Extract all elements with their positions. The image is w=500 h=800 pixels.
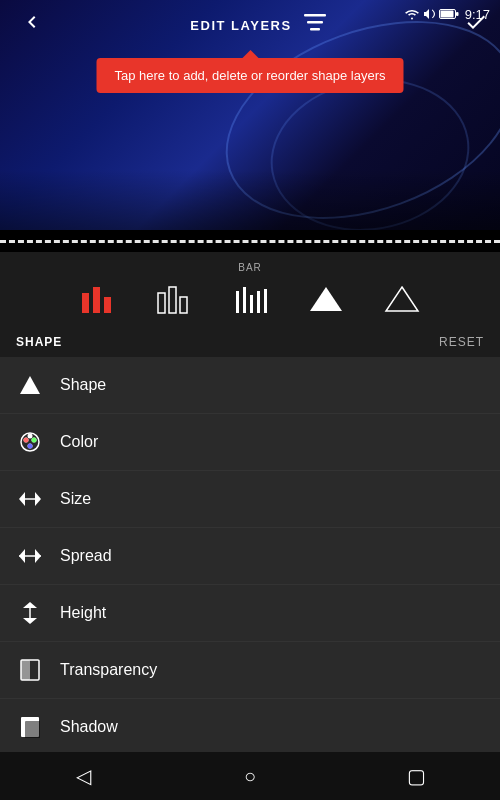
svg-rect-40 [25, 721, 40, 738]
spread-icon [16, 542, 44, 570]
home-nav-icon: ○ [244, 765, 256, 788]
back-nav-icon: ◁ [76, 764, 91, 788]
color-icon [16, 428, 44, 456]
svg-rect-9 [158, 293, 165, 313]
svg-rect-11 [180, 297, 187, 313]
menu-label-shadow: Shadow [60, 718, 118, 736]
menu-item-shadow[interactable]: Shadow [0, 699, 500, 755]
svg-rect-16 [264, 289, 267, 313]
svg-rect-4 [307, 21, 323, 24]
shadow-icon [16, 713, 44, 741]
svg-rect-38 [21, 660, 30, 680]
svg-rect-13 [243, 287, 246, 313]
bottom-navigation: ◁ ○ ▢ [0, 752, 500, 800]
svg-rect-8 [104, 297, 111, 313]
svg-rect-3 [304, 14, 326, 17]
shape-section-label: SHAPE [16, 335, 62, 349]
reset-button[interactable]: RESET [439, 335, 484, 349]
shape-bar-thin[interactable] [224, 279, 276, 319]
confirm-button[interactable] [464, 10, 488, 40]
menu-label-height: Height [60, 604, 106, 622]
back-button[interactable] [12, 2, 52, 48]
menu-label-transparency: Transparency [60, 661, 157, 679]
svg-marker-17 [310, 287, 342, 311]
svg-marker-19 [20, 376, 40, 394]
svg-point-25 [32, 438, 37, 443]
svg-rect-10 [169, 287, 176, 313]
shape-icon [16, 371, 44, 399]
nav-title: EDIT LAYERS [190, 18, 291, 33]
svg-marker-35 [23, 618, 37, 624]
menu-item-color[interactable]: Color [0, 414, 500, 471]
svg-rect-12 [236, 291, 239, 313]
nav-back-button[interactable]: ◁ [0, 752, 167, 800]
menu-item-transparency[interactable]: Transparency [0, 642, 500, 699]
menu-item-height[interactable]: Height [0, 585, 500, 642]
menu-label-shape: Shape [60, 376, 106, 394]
svg-marker-34 [23, 602, 37, 608]
menu-list: Shape Color [0, 357, 500, 755]
transparency-icon [16, 656, 44, 684]
svg-point-26 [28, 444, 33, 449]
svg-marker-29 [35, 492, 41, 506]
image-preview: 9:17 EDIT LAYERS [0, 0, 500, 230]
shape-mountain-outline[interactable] [376, 279, 428, 319]
tooltip-text: Tap here to add, delete or reorder shape… [114, 68, 385, 83]
tooltip-container: Tap here to add, delete or reorder shape… [96, 58, 403, 93]
filter-icon[interactable] [304, 14, 326, 37]
menu-item-spread[interactable]: Spread [0, 528, 500, 585]
svg-rect-14 [250, 295, 253, 313]
menu-label-color: Color [60, 433, 98, 451]
shape-bar-outline[interactable] [148, 279, 200, 319]
menu-label-size: Size [60, 490, 91, 508]
recents-nav-icon: ▢ [407, 764, 426, 788]
svg-rect-5 [310, 28, 320, 31]
height-icon [16, 599, 44, 627]
dashed-divider [0, 230, 500, 252]
svg-point-24 [24, 438, 29, 443]
menu-label-spread: Spread [60, 547, 112, 565]
bar-label: BAR [0, 262, 500, 273]
nav-home-button[interactable]: ○ [167, 752, 334, 800]
svg-rect-6 [82, 293, 89, 313]
shape-bar-filled[interactable] [72, 279, 124, 319]
svg-rect-15 [257, 291, 260, 313]
nav-recents-button[interactable]: ▢ [333, 752, 500, 800]
shape-selector: BAR [0, 252, 500, 327]
svg-rect-7 [93, 287, 100, 313]
svg-marker-28 [19, 492, 25, 506]
svg-marker-18 [386, 287, 418, 311]
shape-icons-row [0, 279, 500, 319]
svg-point-27 [28, 434, 33, 439]
top-navigation: EDIT LAYERS [0, 0, 500, 50]
menu-item-shape[interactable]: Shape [0, 357, 500, 414]
tooltip-box[interactable]: Tap here to add, delete or reorder shape… [96, 58, 403, 93]
shape-section-header: SHAPE RESET [0, 327, 500, 357]
size-icon [16, 485, 44, 513]
menu-item-size[interactable]: Size [0, 471, 500, 528]
shape-mountain-filled[interactable] [300, 279, 352, 319]
